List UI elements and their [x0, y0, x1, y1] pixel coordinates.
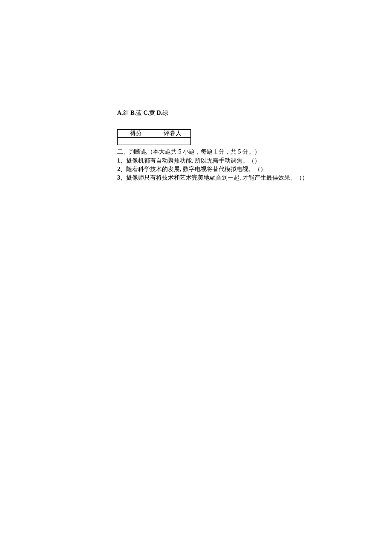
question-3-number: 3 — [117, 174, 120, 181]
question-3-sep: 、 — [120, 174, 126, 181]
score-header-left: 得分 — [118, 130, 154, 138]
question-1-text: 摄像机都有自动聚焦功能, 所以无需手动调焦。（） — [126, 157, 260, 164]
section-heading: 二、判断题（本大题共 5 小题，每题 1 分，共 5 分。） — [117, 148, 392, 156]
question-1-sep: 、 — [120, 157, 126, 164]
question-1-number: 1 — [117, 157, 120, 164]
question-2: 2、随着科学技术的发展, 数字电视将替代模拟电视。（） — [117, 165, 392, 174]
question-2-text: 随着科学技术的发展, 数字电视将替代模拟电视。（） — [126, 166, 266, 172]
score-value-cell — [118, 138, 154, 145]
option-d-prefix: D. — [157, 110, 163, 116]
score-table: 得分 评卷人 — [117, 129, 191, 145]
question-1: 1、摄像机都有自动聚焦功能, 所以无需手动调焦。（） — [117, 157, 392, 165]
grader-value-cell — [154, 138, 191, 145]
option-b-text: 蓝 — [136, 110, 144, 116]
answer-options-line: A.红 B.蓝 C.黄 D.绿 — [117, 109, 392, 117]
question-2-number: 2 — [117, 166, 120, 172]
score-header-right: 评卷人 — [154, 130, 191, 138]
option-a-prefix: A. — [117, 110, 123, 116]
option-a-text: 红 — [123, 110, 131, 116]
question-3-text: 摄像师只有将技术和艺术完美地融合到一起, 才能产生最佳效果。（） — [126, 174, 308, 181]
document-page: A.红 B.蓝 C.黄 D.绿 得分 评卷人 二、判断题（本大题共 5 小题，每… — [0, 0, 392, 183]
option-c-prefix: C. — [143, 110, 149, 116]
question-3: 3、摄像师只有将技术和艺术完美地融合到一起, 才能产生最佳效果。（） — [117, 174, 392, 182]
option-d-text: 绿 — [162, 110, 168, 116]
question-2-sep: 、 — [120, 166, 126, 172]
option-c-text: 黄 — [149, 110, 157, 116]
option-b-prefix: B. — [130, 110, 136, 116]
